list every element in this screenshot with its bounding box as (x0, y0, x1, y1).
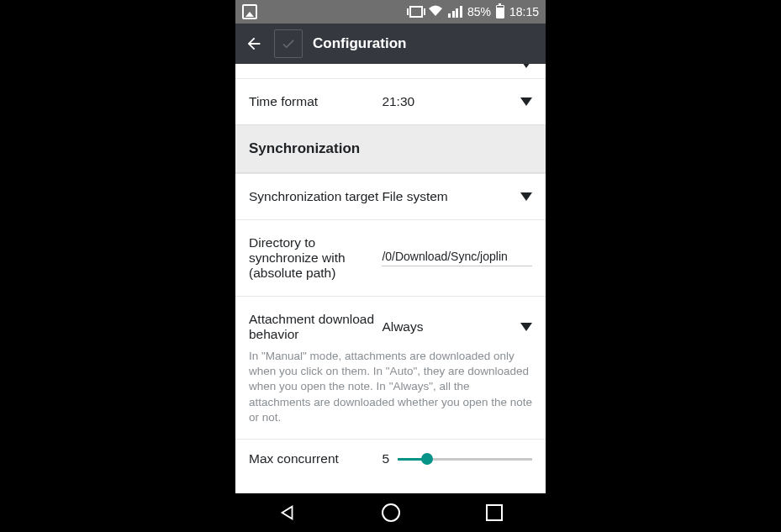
nav-recent-button[interactable] (486, 504, 503, 521)
setting-label: Synchronization target (249, 189, 382, 204)
status-time: 18:15 (509, 5, 539, 18)
setting-label: Time format (249, 94, 382, 109)
vibrate-icon (409, 6, 423, 18)
image-notification-icon (242, 4, 257, 19)
navigation-bar (235, 493, 546, 532)
nav-home-button[interactable] (382, 503, 400, 522)
attachment-behavior-row[interactable]: Attachment download behavior Always (235, 296, 546, 349)
phone-frame: 85% 18:15 Configuration Time format (235, 0, 546, 532)
chevron-down-icon (520, 323, 532, 331)
settings-content[interactable]: Time format 21:30 Synchronization Synchr… (235, 64, 546, 493)
wifi-icon (428, 5, 443, 19)
battery-percent: 85% (467, 5, 491, 18)
page-title: Configuration (313, 35, 406, 52)
setting-value: File system (382, 189, 447, 204)
battery-icon (496, 5, 504, 18)
app-bar: Configuration (235, 24, 546, 64)
nav-back-button[interactable] (278, 503, 297, 522)
back-button[interactable] (244, 34, 264, 54)
sync-target-row[interactable]: Synchronization target File system (235, 173, 546, 219)
signal-icon (448, 6, 462, 18)
section-header-sync: Synchronization (235, 124, 546, 173)
setting-label: Max concurrent (249, 451, 382, 466)
time-format-row[interactable]: Time format 21:30 (235, 78, 546, 124)
setting-label: Attachment download behavior (249, 312, 382, 342)
setting-value: 21:30 (382, 94, 414, 109)
setting-label: Directory to synchronize with (absolute … (249, 235, 382, 281)
max-concurrent-row[interactable]: Max concurrent 5 (235, 439, 546, 466)
prev-setting-row[interactable] (235, 64, 546, 78)
slider-thumb[interactable] (421, 453, 433, 465)
chevron-down-icon (520, 192, 532, 201)
chevron-down-icon (520, 97, 532, 106)
sync-directory-row[interactable]: Directory to synchronize with (absolute … (235, 219, 546, 296)
chevron-down-icon (520, 64, 532, 68)
sync-directory-input[interactable]: /0/Download/Sync/joplin (382, 250, 532, 266)
attachment-behavior-desc: In "Manual" mode, attachments are downlo… (235, 349, 546, 439)
slider-value: 5 (382, 451, 389, 466)
slider-track[interactable] (398, 458, 532, 461)
confirm-button[interactable] (274, 29, 303, 58)
status-bar: 85% 18:15 (235, 0, 546, 24)
setting-value: Always (382, 319, 423, 334)
